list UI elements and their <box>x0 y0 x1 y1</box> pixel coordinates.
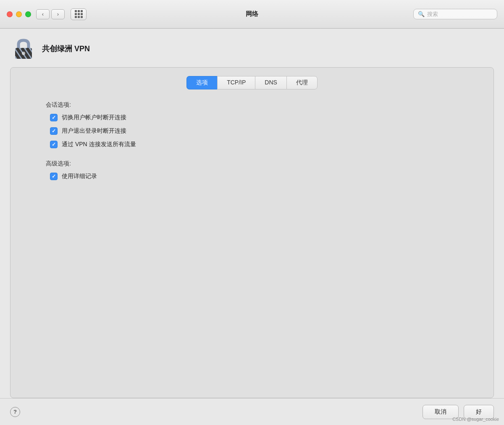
forward-button[interactable]: › <box>51 9 65 19</box>
checkbox-label-disconnect-logout: 用户退出登录时断开连接 <box>62 127 126 135</box>
session-options-group: 切换用户帐户时断开连接 用户退出登录时断开连接 通过 VPN 连接发送所有流量 <box>46 114 483 148</box>
traffic-lights <box>7 11 31 17</box>
close-button[interactable] <box>7 11 13 17</box>
grid-menu-button[interactable] <box>71 8 87 20</box>
minimize-button[interactable] <box>16 11 22 17</box>
maximize-button[interactable] <box>25 11 31 17</box>
main-content: 共创绿洲 VPN 选项 TCP/IP DNS 代理 会话选项: 切换用户帐户时断… <box>0 29 504 398</box>
checkbox-label-disconnect-switch: 切换用户帐户时断开连接 <box>62 114 126 121</box>
checkbox-icon-verbose-log[interactable] <box>50 173 58 180</box>
watermark: CSDN @sugar_cookie <box>452 417 499 422</box>
nav-buttons: ‹ › <box>36 9 65 19</box>
settings-panel: 选项 TCP/IP DNS 代理 会话选项: 切换用户帐户时断开连接 用户退出登… <box>10 67 494 398</box>
vpn-header: 共创绿洲 VPN <box>10 37 494 60</box>
options-content: 会话选项: 切换用户帐户时断开连接 用户退出登录时断开连接 通过 VPN 连接发… <box>21 101 483 192</box>
advanced-options-group: 使用详细记录 <box>46 173 483 180</box>
checkbox-label-verbose-log: 使用详细记录 <box>62 173 97 180</box>
window-title: 网络 <box>246 10 258 18</box>
bottom-bar: ? 取消 好 <box>0 398 504 425</box>
titlebar: ‹ › 网络 🔍 <box>0 0 504 29</box>
checkbox-icon-disconnect-logout[interactable] <box>50 127 58 135</box>
tab-dns[interactable]: DNS <box>255 76 286 89</box>
tab-options[interactable]: 选项 <box>186 76 217 89</box>
search-icon: 🔍 <box>418 11 425 17</box>
tab-tcpip[interactable]: TCP/IP <box>217 76 255 89</box>
back-button[interactable]: ‹ <box>36 9 50 19</box>
search-bar[interactable]: 🔍 <box>413 9 497 19</box>
tabs-bar: 选项 TCP/IP DNS 代理 <box>21 76 483 89</box>
advanced-options-label: 高级选项: <box>46 160 483 168</box>
help-button[interactable]: ? <box>10 407 20 417</box>
checkbox-label-send-traffic: 通过 VPN 连接发送所有流量 <box>62 141 136 148</box>
svg-line-7 <box>32 48 35 60</box>
tab-proxy[interactable]: 代理 <box>286 76 318 89</box>
checkbox-verbose-log[interactable]: 使用详细记录 <box>50 173 483 180</box>
session-options-label: 会话选项: <box>46 101 483 109</box>
vpn-name: 共创绿洲 VPN <box>42 44 90 54</box>
checkbox-disconnect-switch[interactable]: 切换用户帐户时断开连接 <box>50 114 483 121</box>
checkbox-send-traffic[interactable]: 通过 VPN 连接发送所有流量 <box>50 141 483 148</box>
checkbox-icon-send-traffic[interactable] <box>50 141 58 148</box>
checkbox-icon-disconnect-switch[interactable] <box>50 114 58 121</box>
svg-point-8 <box>22 52 25 55</box>
grid-icon <box>75 10 83 18</box>
search-input[interactable] <box>427 11 493 17</box>
vpn-icon <box>12 37 35 60</box>
checkbox-disconnect-logout[interactable]: 用户退出登录时断开连接 <box>50 127 483 135</box>
